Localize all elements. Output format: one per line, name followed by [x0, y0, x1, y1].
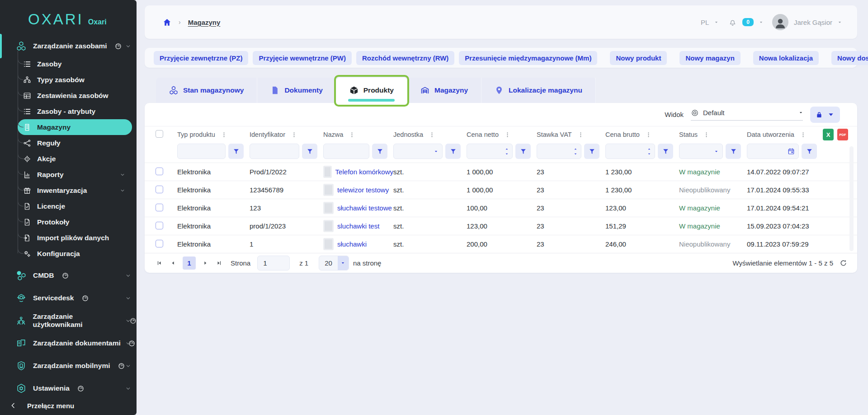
export-excel-icon[interactable] [823, 129, 834, 140]
export-pdf-icon[interactable] [837, 129, 848, 140]
select-all-checkbox[interactable] [156, 130, 163, 138]
sidebar-item-protokoly[interactable]: Protokoły [18, 214, 132, 230]
filter-button[interactable] [726, 144, 741, 159]
filter-number-vat[interactable] [537, 144, 581, 159]
column-menu-icon[interactable] [578, 132, 584, 138]
table-row[interactable]: Elektronika prod/1/2023 sluchawki test s… [145, 217, 857, 235]
spinner-down-icon[interactable] [574, 152, 577, 156]
filter-button[interactable] [584, 144, 599, 159]
refresh-icon[interactable] [840, 259, 847, 267]
tab-lokalizacje-magazynu[interactable]: Lokalizacje magazynu [481, 78, 596, 103]
sidebar-item-import-plikow[interactable]: Import plików danych [18, 230, 132, 246]
sidebar-item-zarzadzanie-dokumentami[interactable]: Zarządzanie dokumentami [0, 332, 137, 354]
product-name-link[interactable]: sluchawki test [337, 222, 379, 230]
language-selector[interactable]: PL [701, 19, 709, 26]
filter-input-typ[interactable] [177, 144, 226, 159]
filter-button[interactable] [445, 144, 461, 159]
new-product-button[interactable]: Nowy produkt [610, 51, 667, 65]
new-warehouse-button[interactable]: Nowy magazyn [679, 51, 740, 65]
page-input[interactable] [257, 256, 290, 270]
notification-count-badge[interactable]: 0 [742, 18, 754, 26]
filter-select-jednostka[interactable] [393, 144, 443, 159]
column-menu-icon[interactable] [505, 132, 510, 138]
home-icon[interactable] [163, 18, 171, 27]
table-row[interactable]: Elektronika 1 słuchawki szt. 200,00 23 2… [145, 235, 857, 253]
sidebar-item-servicedesk[interactable]: Servicedesk [0, 287, 137, 309]
column-menu-icon[interactable] [349, 132, 355, 138]
sidebar-item-zarzadzanie-uzytkownikami[interactable]: Zarządzanie użytkownikami [0, 309, 137, 332]
view-select[interactable]: Default [691, 109, 803, 121]
spinner-up-icon[interactable] [574, 147, 577, 151]
notifications-bell-icon[interactable] [728, 18, 737, 27]
pz-button[interactable]: Przyjęcie zewnętrzne (PZ) [154, 51, 248, 65]
sidebar-item-raporty[interactable]: Raporty [18, 167, 132, 182]
product-name-link[interactable]: telewizor testowy [337, 186, 389, 194]
new-location-button[interactable]: Nowa lokalizacja [753, 51, 819, 65]
rw-button[interactable]: Rozchód wewnętrzny (RW) [356, 51, 454, 65]
sidebar-item-licencje[interactable]: Licencje [18, 198, 132, 214]
tab-magazyny[interactable]: Magazyny [407, 78, 481, 103]
lock-view-button[interactable] [810, 107, 840, 123]
new-supplier-button[interactable]: Nowy dostawca [831, 51, 868, 65]
sidebar-item-zasoby[interactable]: Zasoby [18, 56, 132, 72]
page-number-button[interactable]: 1 [183, 256, 196, 270]
filter-button[interactable] [302, 144, 317, 159]
filter-select-status[interactable] [679, 144, 723, 159]
row-checkbox[interactable] [156, 186, 163, 193]
product-name-link[interactable]: słuchawki testowe [337, 204, 392, 212]
caret-down-icon[interactable] [759, 20, 763, 24]
sidebar-item-zarzadzanie-mobilnymi[interactable]: Zarządzanie mobilnymi [0, 354, 137, 377]
sidebar-item-magazyny[interactable]: Magazyny [18, 119, 132, 135]
avatar[interactable] [772, 14, 788, 30]
tab-produkty[interactable]: Produkty [336, 78, 407, 103]
column-menu-icon[interactable] [221, 132, 227, 138]
sidebar-item-typy-zasobow[interactable]: Typy zasobów [18, 72, 132, 88]
filter-button[interactable] [658, 144, 673, 159]
column-menu-icon[interactable] [291, 132, 297, 138]
scrollbar-track[interactable] [849, 146, 854, 251]
spinner-down-icon[interactable] [647, 152, 651, 156]
filter-number-netto[interactable] [467, 144, 513, 159]
filter-button[interactable] [515, 144, 531, 159]
filter-number-brutto[interactable] [605, 144, 655, 159]
sidebar-item-reguly[interactable]: Reguły [18, 135, 132, 151]
page-size-select[interactable]: 20 [319, 256, 349, 270]
user-name[interactable]: Jarek Gąsior [794, 19, 832, 26]
sidebar-item-akcje[interactable]: Akcje [18, 151, 132, 167]
filter-button[interactable] [372, 144, 387, 159]
row-checkbox[interactable] [156, 168, 163, 175]
breadcrumb-current[interactable]: Magazyny [188, 19, 221, 26]
sidebar-item-inwentaryzacja[interactable]: Inwentaryzacja [18, 182, 132, 198]
prev-page-icon[interactable] [170, 260, 176, 266]
sidebar-item-zasoby-atrybuty[interactable]: Zasoby - atrybuty [18, 103, 132, 119]
column-menu-icon[interactable] [703, 132, 709, 138]
sidebar-item-ustawienia[interactable]: Ustawienia [0, 377, 137, 400]
table-row[interactable]: Elektronika 123 słuchawki testowe szt. 1… [145, 199, 857, 217]
first-page-icon[interactable] [156, 260, 162, 266]
last-page-icon[interactable] [216, 260, 222, 266]
column-menu-icon[interactable] [800, 132, 806, 138]
tab-stan-magazynowy[interactable]: Stan magazynowy [156, 78, 257, 103]
row-checkbox[interactable] [156, 204, 163, 211]
row-checkbox[interactable] [156, 222, 163, 229]
caret-down-icon[interactable] [714, 20, 718, 24]
sidebar-item-konfiguracja[interactable]: Konfiguracja [18, 246, 132, 261]
column-menu-icon[interactable] [429, 132, 435, 138]
row-checkbox[interactable] [156, 240, 163, 247]
next-page-icon[interactable] [203, 260, 208, 266]
calendar-icon[interactable] [788, 148, 795, 155]
sidebar-item-cmdb[interactable]: CMDB [0, 264, 137, 287]
spinner-up-icon[interactable] [505, 147, 509, 151]
spinner-up-icon[interactable] [647, 147, 651, 151]
sidebar-item-zestawienia-zasobow[interactable]: Zestawienia zasobów [18, 88, 132, 103]
mm-button[interactable]: Przesunięcie międzymagazynowe (Mm) [459, 51, 597, 65]
menu-toggle[interactable]: Przełącz menu [0, 398, 137, 413]
filter-input-nazwa[interactable] [323, 144, 369, 159]
filter-input-identyfikator[interactable] [250, 144, 299, 159]
table-row[interactable]: Elektronika Prod/1/2022 Telefon komórkow… [145, 163, 857, 181]
spinner-down-icon[interactable] [505, 152, 509, 156]
product-name-link[interactable]: słuchawki [337, 240, 367, 248]
filter-date-utworzenia[interactable] [747, 144, 799, 159]
filter-button[interactable] [802, 144, 817, 159]
table-row[interactable]: Elektronika 123456789 telewizor testowy … [145, 181, 857, 199]
